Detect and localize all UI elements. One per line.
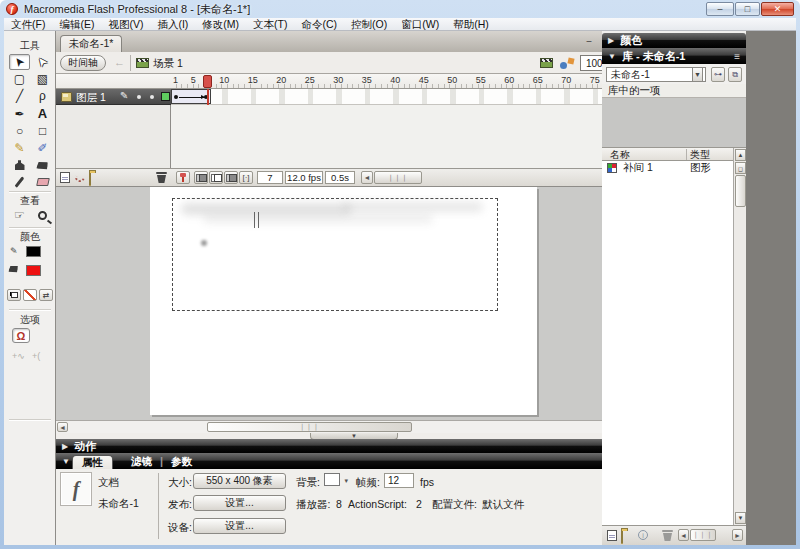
lasso-tool[interactable]: ρ [32, 88, 53, 104]
tab-parameters[interactable]: 参数 [162, 455, 201, 469]
layer-lock-dot[interactable] [150, 95, 154, 99]
scroll-left-arrow[interactable]: ◄ [678, 529, 689, 541]
oval-tool[interactable]: ○ [9, 123, 30, 139]
ink-bottle-tool[interactable] [9, 157, 30, 173]
rectangle-tool[interactable]: □ [32, 123, 53, 139]
stroke-color-swatch[interactable] [26, 246, 41, 257]
eyedropper-tool[interactable] [9, 174, 30, 190]
pin-library-button[interactable]: ⊶ [711, 67, 725, 82]
menu-text[interactable]: 文本(T) [246, 18, 294, 31]
pasteboard[interactable]: ▲ ▼ [56, 186, 652, 420]
column-divider[interactable] [686, 149, 687, 160]
menu-help[interactable]: 帮助(H) [446, 18, 496, 31]
stage-hscroll-thumb[interactable]: ❘❘❘ [207, 422, 412, 432]
menu-window[interactable]: 窗口(W) [394, 18, 446, 31]
onion-skin-button[interactable] [194, 171, 208, 184]
new-folder-button[interactable] [621, 531, 623, 543]
library-item-row[interactable]: 补间 1图形 [602, 161, 733, 175]
edit-scene-icon[interactable] [540, 58, 553, 68]
tab-filters[interactable]: 滤镜 [122, 455, 161, 469]
hand-tool[interactable]: ☞ [9, 207, 30, 223]
column-name[interactable]: 名称 [610, 148, 630, 162]
menu-insert[interactable]: 插入(I) [150, 18, 195, 31]
layer-row[interactable]: 图层 1 ✎ [56, 89, 171, 105]
zoom-tool[interactable] [32, 207, 53, 223]
new-library-window-button[interactable]: ⧉ [728, 67, 742, 82]
center-frame-button[interactable] [176, 171, 190, 184]
menu-control[interactable]: 控制(O) [344, 18, 394, 31]
new-symbol-button[interactable] [607, 530, 617, 541]
colors-panel-header[interactable]: ▶ 颜色 [602, 33, 746, 48]
menu-edit[interactable]: 编辑(E) [52, 18, 101, 31]
subselection-tool[interactable]: ➤ [32, 54, 53, 70]
column-type[interactable]: 类型 [690, 148, 710, 162]
scroll-right-arrow[interactable]: ► [732, 529, 743, 541]
timeline-scroll-thumb[interactable]: ❘❘❘ [374, 171, 422, 184]
publish-settings-button[interactable]: 设置... [193, 495, 286, 511]
swap-colors-button[interactable]: ⇄ [39, 289, 53, 301]
timeline-toggle-button[interactable]: 时间轴 [60, 55, 106, 71]
menu-modify[interactable]: 修改(M) [195, 18, 246, 31]
document-tab[interactable]: 未命名-1* [60, 35, 122, 52]
library-hscroll-thumb[interactable]: ❘❘❘ [690, 529, 716, 541]
layer-name[interactable]: 图层 1 [76, 91, 106, 105]
scroll-left-arrow[interactable]: ◄ [57, 422, 68, 432]
layer-visible-dot[interactable] [137, 95, 141, 99]
insert-layer-button[interactable] [60, 172, 70, 183]
pen-tool[interactable]: ✒ [9, 106, 30, 122]
snap-to-objects-toggle[interactable]: Ω [12, 328, 30, 343]
menu-commands[interactable]: 命令(C) [295, 18, 345, 31]
playhead-handle[interactable] [203, 75, 212, 88]
edit-multiple-frames-button[interactable] [224, 171, 238, 184]
selection-tool[interactable]: ➤ [9, 54, 30, 70]
add-motion-guide-button[interactable] [74, 172, 86, 184]
toggle-view-button[interactable]: ◻ [735, 162, 746, 174]
brush-tool[interactable]: ✐ [32, 140, 53, 156]
scroll-down-arrow[interactable]: ▼ [735, 512, 746, 524]
minimize-button[interactable]: – [706, 2, 734, 16]
edit-symbol-icon[interactable] [560, 58, 574, 69]
library-vscroll-thumb[interactable] [735, 175, 746, 207]
stage-canvas[interactable] [150, 187, 537, 415]
menu-file[interactable]: 文件(F) [4, 18, 52, 31]
scene-name[interactable]: 场景 1 [153, 57, 183, 71]
no-color-button[interactable] [23, 289, 37, 301]
timeline-ruler[interactable]: ≡ 15101520253035404550556065707580 [56, 74, 652, 89]
framerate-input[interactable]: 12 [384, 473, 414, 488]
text-tool[interactable]: A [32, 106, 53, 122]
back-arrow-icon[interactable]: ← [114, 56, 125, 68]
default-colors-button[interactable] [7, 289, 21, 301]
maximize-button[interactable]: □ [735, 2, 760, 16]
doc-minimize-button[interactable]: – [582, 35, 596, 47]
smooth-button[interactable]: +∿ [12, 351, 25, 361]
frames-track[interactable] [171, 89, 638, 105]
item-properties-button[interactable]: i [638, 530, 648, 540]
collapse-triangle-icon[interactable]: ▼ [62, 457, 70, 466]
paint-bucket-tool[interactable] [32, 157, 53, 173]
sort-order-button[interactable]: ▲ [735, 149, 746, 161]
insert-folder-button[interactable] [89, 173, 91, 185]
motion-tween-span[interactable] [171, 89, 211, 104]
modify-onion-markers-button[interactable]: [·] [239, 171, 253, 184]
keyframe-start-dot[interactable] [174, 95, 178, 99]
library-menu-icon[interactable]: ≡ [734, 51, 740, 62]
device-settings-button[interactable]: 设置... [193, 518, 286, 534]
library-column-headers[interactable]: 名称 类型 [602, 148, 746, 161]
layer-outline-swatch[interactable] [161, 92, 170, 101]
fill-color-swatch[interactable] [26, 265, 41, 276]
frames-empty-area[interactable] [171, 105, 638, 168]
library-list[interactable]: 补间 1图形 [602, 161, 733, 525]
tab-properties[interactable]: 属性 [72, 455, 113, 469]
free-transform-tool[interactable]: ▢ [9, 71, 30, 87]
actions-panel-header[interactable]: ▶ 动作 [56, 439, 652, 453]
onion-skin-outlines-button[interactable] [209, 171, 223, 184]
background-color-swatch[interactable] [324, 473, 340, 486]
selection-bounding-box[interactable] [172, 198, 498, 311]
stage-horizontal-scrollbar[interactable]: ◄ ► ❘❘❘ [56, 420, 652, 433]
straighten-button[interactable]: +( [32, 351, 40, 361]
eraser-tool[interactable] [32, 174, 53, 190]
close-button[interactable]: ✕ [761, 2, 794, 16]
line-tool[interactable]: ╱ [9, 88, 30, 104]
timeline-scroll-left-arrow[interactable]: ◄ [361, 171, 373, 184]
library-select-arrow[interactable]: ▼ [692, 67, 703, 82]
